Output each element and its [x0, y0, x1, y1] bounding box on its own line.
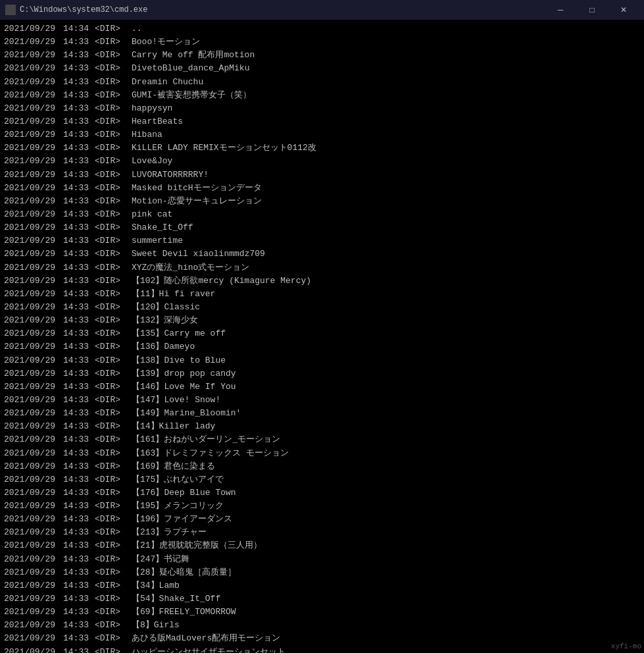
col-type: <DIR>	[95, 128, 132, 142]
col-name: あひる版MadLovers配布用モーション	[132, 632, 280, 645]
col-time: 14:33	[63, 62, 95, 75]
col-name: KiLLER LADY REMIXモーションセット0112改	[132, 142, 316, 155]
table-row: 2021/09/29 14:33 <DIR> 【247】书记舞	[4, 553, 640, 566]
col-name: DivetoBlue_dance_ApMiku	[132, 62, 249, 75]
table-row: 2021/09/29 14:33 <DIR> pink cat	[4, 208, 640, 221]
col-type: <DIR>	[95, 261, 132, 274]
col-name: 【136】Dameyo	[132, 340, 195, 353]
col-name: 【69】FREELY_TOMORROW	[132, 606, 236, 619]
col-type: <DIR>	[95, 102, 132, 115]
col-date: 2021/09/29	[4, 115, 63, 128]
col-date: 2021/09/29	[4, 314, 63, 327]
col-date: 2021/09/29	[4, 102, 63, 115]
table-row: 2021/09/29 14:33 <DIR> Motion-恋愛サーキュレーショ…	[4, 195, 640, 208]
col-name: GUMI-被害妄想携帯女子（笑）	[132, 89, 251, 102]
table-row: 2021/09/29 14:33 <DIR> 【135】Carry me off	[4, 327, 640, 340]
col-date: 2021/09/29	[4, 579, 63, 592]
col-time: 14:33	[63, 526, 95, 539]
col-type: <DIR>	[95, 553, 132, 566]
col-date: 2021/09/29	[4, 394, 63, 407]
col-date: 2021/09/29	[4, 486, 63, 500]
col-time: 14:33	[63, 248, 95, 261]
col-date: 2021/09/29	[4, 76, 63, 89]
col-type: <DIR>	[95, 115, 132, 128]
col-type: <DIR>	[95, 579, 132, 592]
col-date: 2021/09/29	[4, 248, 63, 261]
col-time: 14:33	[63, 592, 95, 606]
table-row: 2021/09/29 14:33 <DIR> 【54】Shake_It_Off	[4, 592, 640, 606]
table-row: 2021/09/29 14:33 <DIR> 【136】Dameyo	[4, 340, 640, 353]
col-type: <DIR>	[95, 155, 132, 168]
col-type: <DIR>	[95, 234, 132, 248]
col-time: 14:33	[63, 169, 95, 182]
title-bar-text: C:\Windows\system32\cmd.exe	[20, 5, 545, 14]
col-type: <DIR>	[95, 221, 132, 234]
col-type: <DIR>	[95, 327, 132, 340]
table-row: 2021/09/29 14:33 <DIR> Booo!モーション	[4, 36, 640, 49]
table-row: 2021/09/29 14:33 <DIR> 【149】Marine_Bloom…	[4, 407, 640, 420]
col-type: <DIR>	[95, 208, 132, 221]
col-name: 【139】drop pop candy	[132, 367, 236, 380]
table-row: 2021/09/29 14:33 <DIR> KiLLER LADY REMIX…	[4, 142, 640, 155]
table-row: 2021/09/29 14:33 <DIR> 【195】メランコリック	[4, 500, 640, 513]
col-name: 【195】メランコリック	[132, 500, 224, 513]
table-row: 2021/09/29 14:33 <DIR> Dreamin Chuchu	[4, 76, 640, 89]
table-row: 2021/09/29 14:33 <DIR> 【120】Classic	[4, 301, 640, 314]
col-name: XYZの魔法_hino式モーション	[132, 261, 249, 274]
col-type: <DIR>	[95, 36, 132, 49]
table-row: 2021/09/29 14:33 <DIR> 【196】ファイアーダンス	[4, 513, 640, 526]
col-type: <DIR>	[95, 513, 132, 526]
col-name: ..	[132, 22, 142, 36]
col-time: 14:33	[63, 208, 95, 221]
table-row: 2021/09/29 14:33 <DIR> 【147】Love! Snow!	[4, 394, 640, 407]
col-time: 14:33	[63, 539, 95, 552]
col-type: <DIR>	[95, 380, 132, 394]
col-date: 2021/09/29	[4, 62, 63, 75]
col-type: <DIR>	[95, 473, 132, 486]
col-type: <DIR>	[95, 22, 132, 36]
minimize-button[interactable]: ─	[545, 0, 576, 20]
table-row: 2021/09/29 14:33 <DIR> 【169】君色に染まる	[4, 460, 640, 473]
col-date: 2021/09/29	[4, 500, 63, 513]
col-name: Hibana	[132, 128, 162, 142]
col-name: 【132】深海少女	[132, 314, 198, 327]
col-date: 2021/09/29	[4, 526, 63, 539]
close-button[interactable]: ✕	[608, 0, 639, 20]
col-time: 14:33	[63, 367, 95, 380]
watermark: xyfi-mo	[611, 642, 641, 650]
col-time: 14:33	[63, 327, 95, 340]
col-name: 【8】Girls	[132, 619, 180, 632]
table-row: 2021/09/29 14:33 <DIR> 【34】Lamb	[4, 579, 640, 592]
maximize-button[interactable]: □	[577, 0, 607, 20]
table-row: 2021/09/29 14:33 <DIR> LUVORATORRRRRY!	[4, 169, 640, 182]
col-date: 2021/09/29	[4, 473, 63, 486]
col-type: <DIR>	[95, 632, 132, 645]
col-time: 14:33	[63, 486, 95, 500]
table-row: 2021/09/29 14:33 <DIR> 【163】ドレミファミックス モー…	[4, 447, 640, 460]
console-output: 2021/09/29 14:34 <DIR> ..2021/09/29 14:3…	[0, 20, 644, 653]
col-time: 14:33	[63, 155, 95, 168]
col-time: 14:33	[63, 340, 95, 353]
col-type: <DIR>	[95, 486, 132, 500]
col-time: 14:33	[63, 115, 95, 128]
col-name: pink cat	[132, 208, 172, 221]
table-row: 2021/09/29 14:33 <DIR> 【11】Hi fi raver	[4, 288, 640, 301]
col-type: <DIR>	[95, 420, 132, 433]
col-type: <DIR>	[95, 606, 132, 619]
col-time: 14:33	[63, 261, 95, 274]
col-date: 2021/09/29	[4, 367, 63, 380]
col-name: 【135】Carry me off	[132, 327, 226, 340]
col-time: 14:33	[63, 553, 95, 566]
col-type: <DIR>	[95, 301, 132, 314]
table-row: 2021/09/29 14:33 <DIR> Hibana	[4, 128, 640, 142]
col-name: ハッピーシンセサイザモーションセット	[132, 646, 285, 653]
table-row: 2021/09/29 14:33 <DIR> 【176】Deep Blue To…	[4, 486, 640, 500]
col-type: <DIR>	[95, 460, 132, 473]
col-type: <DIR>	[95, 169, 132, 182]
col-name: Booo!モーション	[132, 36, 200, 49]
col-time: 14:33	[63, 394, 95, 407]
col-type: <DIR>	[95, 62, 132, 75]
col-date: 2021/09/29	[4, 288, 63, 301]
col-date: 2021/09/29	[4, 566, 63, 579]
col-date: 2021/09/29	[4, 420, 63, 433]
